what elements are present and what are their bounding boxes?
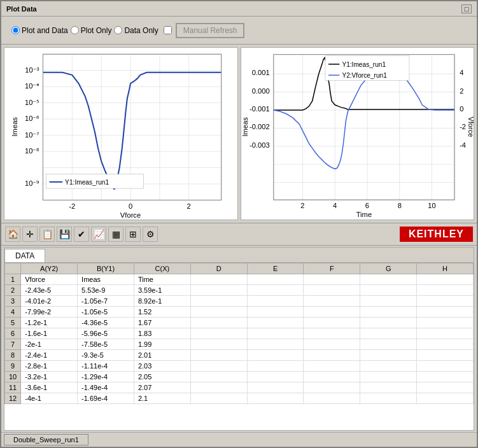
cell-e bbox=[247, 382, 304, 393]
cell-aY2: -1.2e-1 bbox=[21, 318, 78, 328]
col-header-h: H bbox=[417, 263, 474, 274]
cell-e bbox=[247, 318, 304, 328]
cell-aY2: -2.8e-1 bbox=[21, 361, 78, 372]
right-yl-1: 0.001 bbox=[251, 69, 269, 76]
table-row: 11 -3.6e-1 -1.49e-4 2.07 bbox=[5, 382, 474, 393]
plot-and-data-text: Plot and Data bbox=[22, 26, 68, 35]
cell-h bbox=[417, 350, 474, 361]
main-window: Plot Data □ Plot and Data Plot Only Data… bbox=[0, 0, 478, 448]
plot-and-data-radio[interactable] bbox=[11, 26, 20, 34]
plot-only-label[interactable]: Plot Only bbox=[71, 26, 112, 35]
table-row: 7 -2e-1 -7.58e-5 1.99 bbox=[5, 339, 474, 350]
cell-g bbox=[360, 285, 417, 296]
table-row: 3 -4.01e-2 -1.05e-7 8.92e-1 bbox=[5, 296, 474, 307]
check-icon[interactable]: ✔ bbox=[74, 227, 89, 242]
cell-e bbox=[247, 274, 304, 285]
cell-bY1: -9.3e-5 bbox=[78, 350, 134, 361]
cell-aY2: Vforce bbox=[21, 274, 78, 285]
copy-icon[interactable]: 📋 bbox=[39, 227, 55, 242]
row-num: 7 bbox=[5, 339, 21, 350]
table-row: 6 -1.6e-1 -5.96e-5 1.83 bbox=[5, 328, 474, 339]
cell-bY1: Imeas bbox=[78, 274, 134, 285]
data-only-radio[interactable] bbox=[114, 26, 122, 34]
manual-refresh-button[interactable]: Manual Refresh bbox=[176, 23, 245, 38]
right-yl-5: -0.003 bbox=[250, 141, 270, 149]
row-num: 12 bbox=[5, 393, 21, 404]
cell-cX: 1.83 bbox=[134, 328, 190, 339]
cell-h bbox=[417, 307, 474, 318]
left-y-label-7: 10⁻⁹ bbox=[25, 179, 39, 187]
cell-aY2: -4.01e-2 bbox=[21, 296, 78, 307]
icon-toolbar: 🏠 ✛ 📋 💾 ✔ 📈 ▦ ⊞ ⚙ KEITHLEY bbox=[1, 223, 477, 246]
plot-only-radio[interactable] bbox=[71, 26, 79, 34]
cell-h bbox=[417, 274, 474, 285]
cell-g bbox=[360, 274, 417, 285]
right-yl-2: 0.000 bbox=[251, 87, 269, 95]
cell-d bbox=[190, 339, 247, 350]
cell-e bbox=[247, 296, 304, 307]
cell-f bbox=[304, 382, 360, 393]
right-yr-4: -2 bbox=[460, 123, 466, 130]
restore-button[interactable]: □ bbox=[461, 4, 472, 13]
cell-e bbox=[247, 339, 304, 350]
row-num: 11 bbox=[5, 382, 21, 393]
cell-cX: 2.07 bbox=[134, 382, 190, 393]
save-icon[interactable]: 💾 bbox=[57, 227, 72, 242]
left-x-label-1: -2 bbox=[69, 202, 75, 210]
cell-aY2: -3.6e-1 bbox=[21, 382, 78, 393]
cell-h bbox=[417, 393, 474, 404]
table-row: 12 -4e-1 -1.69e-4 2.1 bbox=[5, 393, 474, 404]
grid-icon[interactable]: ⊞ bbox=[125, 227, 141, 242]
right-x-4: 8 bbox=[397, 202, 401, 209]
cell-aY2: -3.2e-1 bbox=[21, 372, 78, 382]
cell-h bbox=[417, 382, 474, 393]
table-row: 9 -2.8e-1 -1.11e-4 2.03 bbox=[5, 361, 474, 372]
cell-e bbox=[247, 361, 304, 372]
cell-aY2: -2.43e-5 bbox=[21, 285, 78, 296]
cell-cX: 1.52 bbox=[134, 307, 190, 318]
left-y-label-1: 10⁻³ bbox=[25, 66, 39, 74]
data-table-wrapper[interactable]: A(Y2) B(Y1) C(X) D E F G H 1 Vforce Imea… bbox=[4, 263, 474, 430]
cell-d bbox=[190, 372, 247, 382]
cell-e bbox=[247, 307, 304, 318]
title-bar: Plot Data □ bbox=[1, 1, 477, 17]
cell-h bbox=[417, 339, 474, 350]
right-x-3: 6 bbox=[365, 202, 369, 209]
cell-g bbox=[360, 318, 417, 328]
cell-f bbox=[304, 393, 360, 404]
icon-group-left: 🏠 ✛ 📋 💾 ✔ 📈 ▦ ⊞ ⚙ bbox=[5, 227, 158, 242]
cell-h bbox=[417, 361, 474, 372]
move-icon[interactable]: ✛ bbox=[22, 227, 38, 242]
left-x-axis-title: Vforce bbox=[120, 211, 141, 219]
cell-e bbox=[247, 285, 304, 296]
window-title: Plot Data bbox=[6, 5, 37, 13]
toolbar: Plot and Data Plot Only Data Only Manual… bbox=[1, 17, 477, 45]
data-only-label[interactable]: Data Only bbox=[114, 26, 158, 35]
right-yr-3: 0 bbox=[460, 105, 463, 113]
cell-cX: Time bbox=[134, 274, 190, 285]
table-header-row: A(Y2) B(Y1) C(X) D E F G H bbox=[5, 263, 474, 274]
cell-d bbox=[190, 285, 247, 296]
manual-refresh-checkbox[interactable] bbox=[164, 26, 172, 34]
home-icon[interactable]: 🏠 bbox=[5, 227, 20, 242]
plot-and-data-label[interactable]: Plot and Data bbox=[11, 26, 68, 35]
table-icon[interactable]: ▦ bbox=[108, 227, 123, 242]
right-yl-3: -0.001 bbox=[250, 105, 270, 113]
row-num: 2 bbox=[5, 285, 21, 296]
right-x-axis-title: Time bbox=[356, 211, 371, 218]
settings-icon[interactable]: ⚙ bbox=[143, 227, 158, 242]
data-tab[interactable]: DATA bbox=[4, 249, 45, 262]
cell-bY1: -4.36e-5 bbox=[78, 318, 134, 328]
left-y-label-4: 10⁻⁶ bbox=[25, 115, 39, 122]
right-legend-text2: Y2:Vforce_run1 bbox=[342, 72, 387, 79]
cell-aY2: -2e-1 bbox=[21, 339, 78, 350]
display-mode-group: Plot and Data Plot Only Data Only bbox=[11, 26, 158, 35]
graph-icon[interactable]: 📈 bbox=[91, 227, 106, 242]
table-row: 8 -2.4e-1 -9.3e-5 2.01 bbox=[5, 350, 474, 361]
right-x-5: 10 bbox=[428, 202, 435, 209]
bottom-tab-double-sweep[interactable]: Double_Sweep_run1 bbox=[4, 434, 88, 445]
row-num: 1 bbox=[5, 274, 21, 285]
table-row: 2 -2.43e-5 5.53e-9 3.59e-1 bbox=[5, 285, 474, 296]
cell-d bbox=[190, 382, 247, 393]
right-yl-title: Imeas bbox=[241, 117, 249, 137]
